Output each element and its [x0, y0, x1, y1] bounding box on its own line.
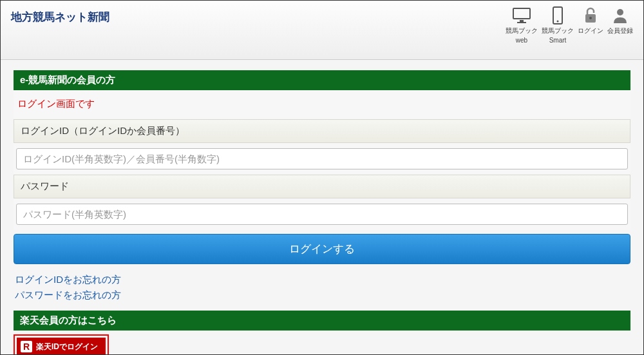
smartphone-icon	[546, 6, 569, 25]
svg-point-7	[617, 9, 623, 15]
svg-rect-2	[517, 22, 526, 23]
rakuten-button-highlight: R 楽天IDでログイン	[14, 334, 109, 355]
header: 地方競馬ネット新聞 競馬ブック web 競馬ブック Smart ログイン	[1, 1, 643, 60]
rakuten-login-button[interactable]: R 楽天IDでログイン	[17, 338, 106, 355]
rakuten-section: 楽天会員の方はこちら R 楽天IDでログイン	[14, 311, 630, 355]
user-icon	[609, 6, 632, 25]
forgot-password-link[interactable]: パスワードをお忘れの方	[15, 287, 629, 303]
nav-icons: 競馬ブック web 競馬ブック Smart ログイン 会員登録	[506, 6, 633, 44]
rakuten-button-label: 楽天IDでログイン	[36, 341, 98, 352]
login-id-label: ログインID（ログインIDか会員番号）	[14, 119, 630, 143]
svg-rect-1	[520, 20, 524, 22]
nav-register[interactable]: 会員登録	[607, 6, 633, 35]
svg-rect-0	[513, 8, 530, 19]
nav-label: ログイン	[578, 26, 603, 35]
site-title[interactable]: 地方競馬ネット新聞	[11, 6, 109, 24]
password-label: パスワード	[14, 175, 630, 198]
rakuten-logo-icon: R	[21, 341, 32, 352]
login-id-input-wrap	[14, 143, 630, 175]
nav-login[interactable]: ログイン	[578, 6, 603, 35]
member-login-header: e-競馬新聞の会員の方	[14, 70, 630, 90]
forgot-links: ログインIDをお忘れの方 パスワードをお忘れの方	[14, 269, 630, 311]
content: e-競馬新聞の会員の方 ログイン画面です ログインID（ログインIDか会員番号）…	[1, 60, 643, 355]
forgot-id-link[interactable]: ログインIDをお忘れの方	[15, 272, 629, 287]
password-input-wrap	[14, 198, 630, 230]
nav-sublabel: web	[516, 37, 527, 44]
svg-point-4	[557, 21, 559, 23]
nav-label: 競馬ブック	[542, 26, 574, 35]
login-submit-button[interactable]: ログインする	[14, 234, 630, 264]
monitor-icon	[510, 6, 533, 25]
nav-keibabook-web[interactable]: 競馬ブック web	[506, 6, 538, 44]
login-notice: ログイン画面です	[14, 90, 630, 119]
password-input[interactable]	[16, 204, 628, 225]
rakuten-header: 楽天会員の方はこちら	[14, 311, 630, 331]
lock-icon	[579, 6, 602, 25]
nav-keibabook-smart[interactable]: 競馬ブック Smart	[542, 6, 574, 44]
nav-label: 会員登録	[607, 26, 633, 35]
nav-label: 競馬ブック	[506, 26, 538, 35]
login-id-input[interactable]	[16, 148, 628, 169]
svg-point-6	[589, 17, 592, 19]
nav-sublabel: Smart	[549, 37, 567, 44]
